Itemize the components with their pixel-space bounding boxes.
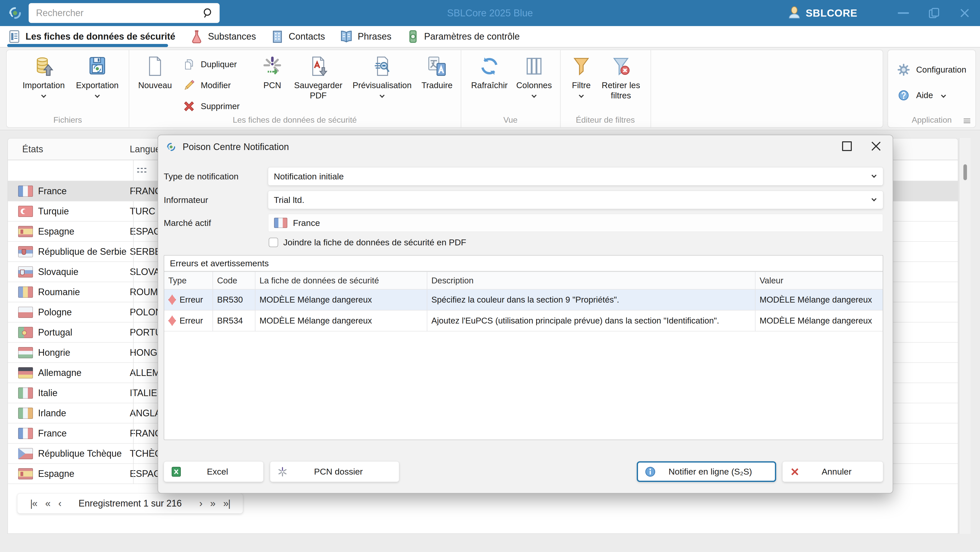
button-label: PCN dossier: [288, 467, 389, 477]
error-code: BR534: [213, 311, 255, 331]
user-avatar-icon[interactable]: [787, 5, 802, 21]
error-row[interactable]: Erreur BR530 MODÈLE Mélange dangereux Sp…: [164, 290, 883, 311]
excel-button[interactable]: Excel: [164, 461, 264, 482]
colonnes-button[interactable]: Colonnes: [514, 55, 555, 98]
error-type: Erreur: [180, 316, 203, 325]
tab-label: Phrases: [358, 31, 391, 42]
next-page-button[interactable]: »: [206, 498, 219, 509]
error-code: BR530: [213, 290, 255, 310]
app-logo-icon: [165, 141, 177, 153]
type-notification-select[interactable]: Notification initiale: [268, 167, 883, 185]
dialog-close-button[interactable]: [871, 141, 881, 152]
button-label: Importation: [22, 80, 65, 91]
error-row[interactable]: Erreur BR534 MODÈLE Mélange dangereux Aj…: [164, 311, 883, 332]
minimize-button[interactable]: [888, 0, 919, 26]
country-flag-icon: [18, 408, 33, 419]
error-value: MODÈLE Mélange dangereux: [756, 311, 883, 331]
search-input[interactable]: [29, 8, 202, 18]
button-label: Rafraîchir: [471, 80, 508, 91]
control-seal-icon: [406, 29, 420, 44]
menu-lines-icon[interactable]: [964, 118, 970, 123]
language-value: ALLEM: [126, 367, 160, 378]
checkbox-unchecked-icon[interactable]: [269, 238, 278, 247]
aide-button[interactable]: Aide: [896, 88, 945, 103]
chevron-down-icon: [941, 93, 946, 98]
chevron-down-icon: [531, 93, 537, 98]
previsualisation-button[interactable]: Prévisualisation: [344, 55, 420, 98]
checkbox-label: Joindre la fiche de données de sécurité …: [283, 238, 466, 247]
button-label: Annuler: [800, 467, 873, 477]
filtre-button[interactable]: Filtre: [562, 55, 600, 98]
first-record-button[interactable]: |«: [26, 498, 41, 509]
supprimer-button[interactable]: Supprimer: [182, 99, 240, 113]
col-header-description[interactable]: Description: [427, 272, 756, 289]
tab-control-parameters[interactable]: Paramètres de contrôle: [406, 26, 520, 47]
col-header-type[interactable]: Type: [164, 272, 213, 289]
nouveau-button[interactable]: Nouveau: [131, 55, 179, 91]
column-header-states[interactable]: États: [8, 144, 126, 155]
country-flag-icon: [18, 307, 33, 318]
prev-page-button[interactable]: «: [41, 498, 54, 509]
close-button[interactable]: [949, 0, 980, 26]
sauvegarder-pdf-button[interactable]: Sauvegarder PDF: [286, 55, 350, 101]
scrollbar-thumb[interactable]: [963, 164, 967, 180]
modifier-button[interactable]: Modifier: [182, 78, 231, 93]
language-value: POLON: [126, 307, 162, 317]
language-value: ROUM: [126, 287, 158, 297]
duplicate-icon: [182, 57, 196, 72]
errors-group-title: Erreurs et avertissements: [164, 255, 883, 272]
translate-icon: [426, 55, 448, 77]
next-record-button[interactable]: ›: [195, 498, 206, 509]
dialog-maximize-button[interactable]: [842, 141, 852, 151]
error-sds: MODÈLE Mélange dangereux: [255, 311, 427, 331]
country-flag-icon: [18, 367, 33, 378]
country-flag-icon: [274, 218, 287, 228]
prev-record-button[interactable]: ‹: [54, 498, 65, 509]
language-value: TURC: [126, 206, 155, 217]
search-icon[interactable]: [202, 7, 214, 19]
button-label: Aide: [916, 91, 933, 100]
error-sds: MODÈLE Mélange dangereux: [255, 290, 427, 310]
group-label-fichiers: Fichiers: [6, 115, 129, 125]
informateur-select[interactable]: Trial ltd.: [268, 191, 883, 209]
user-label[interactable]: SBLCORE: [805, 7, 858, 19]
button-label: Nouveau: [138, 80, 172, 91]
notify-online-button[interactable]: Notifier en ligne (S₂S): [637, 461, 776, 482]
attach-pdf-checkbox-row[interactable]: Joindre la fiche de données de sécurité …: [269, 238, 466, 247]
country-flag-icon: [18, 226, 33, 237]
vertical-scrollbar[interactable]: [959, 138, 970, 534]
importation-button[interactable]: Importation: [17, 55, 70, 98]
state-name: Turquie: [38, 206, 69, 217]
errors-warnings-group: Erreurs et avertissements Type Code La f…: [164, 255, 883, 440]
country-flag-icon: [18, 206, 33, 217]
country-flag-icon: [18, 468, 33, 479]
col-header-valeur[interactable]: Valeur: [756, 272, 883, 289]
exportation-button[interactable]: Exportation: [70, 55, 124, 98]
traduire-button[interactable]: Traduire: [415, 55, 459, 91]
restore-button[interactable]: [919, 0, 949, 26]
column-header-language[interactable]: Langue: [126, 144, 161, 155]
filter-equals-icon[interactable]: [137, 168, 146, 172]
marche-actif-field[interactable]: France: [268, 214, 883, 232]
pencil-icon: [182, 78, 196, 93]
tab-substances[interactable]: Substances: [189, 26, 256, 47]
button-label: Filtre: [572, 80, 590, 91]
retirer-filtres-button[interactable]: Retirer les filtres: [595, 55, 646, 101]
pcn-dossier-button[interactable]: PCN dossier: [270, 461, 399, 482]
rafraichir-button[interactable]: Rafraîchir: [463, 55, 516, 91]
record-counter: Enregistrement 1 sur 216: [65, 498, 195, 509]
state-name: République de Serbie: [38, 246, 126, 257]
new-document-icon: [144, 55, 166, 77]
col-header-code[interactable]: Code: [213, 272, 255, 289]
language-value: ESPAG: [126, 468, 161, 479]
dupliquer-button[interactable]: Dupliquer: [182, 57, 237, 72]
tab-phrases[interactable]: Phrases: [339, 26, 391, 47]
chevron-down-icon: [579, 93, 584, 98]
col-header-sds[interactable]: La fiche de données de sécurité: [255, 272, 427, 289]
errors-table: Type Code La fiche de données de sécurit…: [164, 272, 883, 332]
last-record-button[interactable]: »|: [219, 498, 234, 509]
tab-contacts[interactable]: Contacts: [270, 26, 325, 47]
configuration-button[interactable]: Configuration: [896, 62, 966, 77]
cancel-button[interactable]: Annuler: [782, 461, 883, 482]
search-box: [29, 3, 220, 23]
